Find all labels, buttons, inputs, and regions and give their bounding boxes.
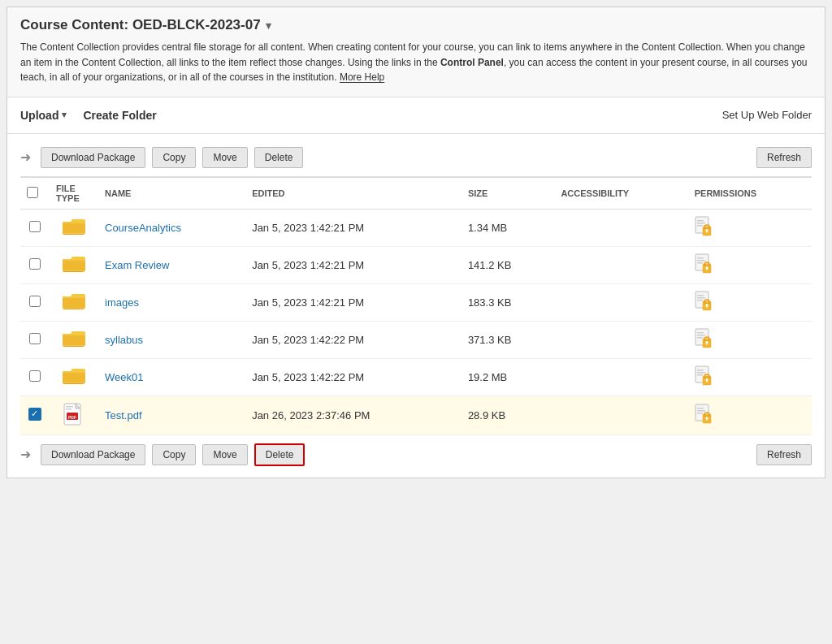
svg-rect-47	[706, 342, 708, 344]
row-size-cell: 28.9 KB	[462, 395, 555, 434]
row-permissions-cell	[688, 283, 812, 321]
top-refresh-button[interactable]: Refresh	[756, 147, 812, 168]
svg-rect-11	[706, 230, 708, 232]
row-name-link[interactable]: Exam Review	[105, 259, 169, 271]
svg-rect-59	[706, 379, 708, 382]
row-filetype-cell	[50, 209, 98, 246]
svg-rect-35	[706, 305, 708, 307]
top-move-button[interactable]: Move	[202, 147, 247, 168]
top-action-bar-left: ➜ Download Package Copy Move Delete	[20, 147, 303, 168]
select-all-header	[20, 177, 50, 210]
folder-icon	[63, 292, 85, 310]
row-edited-cell: Jan 26, 2023 2:37:46 PM	[245, 395, 462, 434]
row-name-link[interactable]: Test.pdf	[105, 409, 142, 421]
file-table-body: CourseAnalyticsJan 5, 2023 1:42:21 PM1.3…	[20, 209, 812, 434]
row-checkbox[interactable]	[29, 258, 41, 270]
top-action-bar: ➜ Download Package Copy Move Delete Refr…	[20, 142, 812, 173]
folder-icon	[63, 218, 85, 236]
row-checkbox-checked[interactable]	[28, 408, 41, 421]
row-accessibility-cell	[554, 283, 687, 321]
bottom-download-package-button[interactable]: Download Package	[41, 444, 145, 465]
folder-icon	[63, 255, 85, 273]
svg-rect-55	[697, 374, 703, 376]
row-checkbox[interactable]	[29, 221, 41, 232]
row-edited-cell: Jan 5, 2023 1:42:21 PM	[245, 283, 462, 321]
page-description: The Content Collection provides central …	[20, 40, 812, 85]
row-name-link[interactable]: syllabus	[105, 334, 143, 346]
row-checkbox[interactable]	[29, 333, 41, 344]
more-help-link[interactable]: More Help	[340, 71, 384, 83]
bottom-move-button[interactable]: Move	[202, 444, 247, 465]
row-edited-cell: Jan 5, 2023 1:42:21 PM	[245, 209, 462, 246]
row-name-link[interactable]: images	[105, 296, 139, 309]
row-permissions-cell	[688, 321, 812, 358]
file-table: FILE TYPE NAME EDITED SIZE ACCESSIBILITY…	[20, 176, 812, 435]
svg-rect-30	[697, 297, 705, 299]
upload-button[interactable]: Upload ▾	[20, 109, 67, 122]
svg-rect-17	[697, 257, 704, 259]
folder-icon	[63, 367, 85, 385]
svg-rect-39	[63, 335, 85, 345]
top-arrow-icon: ➜	[20, 149, 31, 165]
create-folder-button[interactable]: Create Folder	[83, 109, 156, 122]
row-size-cell: 141.2 KB	[462, 246, 555, 283]
table-row: syllabusJan 5, 2023 1:42:22 PM371.3 KB	[20, 321, 812, 358]
row-checkbox-cell	[20, 321, 50, 358]
row-checkbox[interactable]	[29, 370, 41, 382]
permissions-icon	[695, 365, 713, 389]
bottom-arrow-icon: ➜	[20, 447, 31, 462]
setup-web-folder-link[interactable]: Set Up Web Folder	[722, 109, 812, 121]
row-checkbox-cell	[20, 209, 50, 246]
pdf-icon: PDF	[63, 403, 84, 426]
row-checkbox[interactable]	[29, 296, 41, 307]
bottom-refresh-button[interactable]: Refresh	[756, 444, 812, 465]
row-accessibility-cell	[554, 321, 687, 358]
row-size-cell: 371.3 KB	[462, 321, 555, 358]
svg-rect-68	[697, 408, 704, 409]
row-accessibility-cell	[554, 246, 687, 283]
table-row: CourseAnalyticsJan 5, 2023 1:42:21 PM1.3…	[20, 209, 812, 246]
page-wrapper: Course Content: OED-BLCK-2023-07 ▾ The C…	[6, 6, 826, 478]
col-header-edited: EDITED	[245, 177, 462, 210]
row-edited-cell: Jan 5, 2023 1:42:21 PM	[245, 246, 462, 283]
row-name-link[interactable]: Week01	[105, 371, 143, 383]
row-permissions-cell	[688, 358, 812, 395]
row-filetype-cell	[50, 246, 98, 283]
bottom-delete-button[interactable]: Delete	[254, 443, 306, 466]
svg-rect-54	[697, 372, 705, 374]
table-row: PDF Test.pdfJan 26, 2023 2:37:46 PM28.9 …	[20, 395, 812, 434]
svg-rect-7	[697, 225, 703, 227]
toolbar-section: Upload ▾ Create Folder Set Up Web Folder	[7, 97, 825, 134]
col-header-permissions: PERMISSIONS	[688, 177, 812, 210]
row-permissions-cell	[688, 395, 812, 434]
row-size-cell: 183.3 KB	[462, 283, 555, 321]
row-filetype-cell: PDF	[50, 395, 98, 434]
bottom-copy-button[interactable]: Copy	[152, 444, 196, 465]
svg-rect-23	[706, 267, 708, 270]
top-copy-button[interactable]: Copy	[152, 147, 196, 168]
col-header-accessibility: ACCESSIBILITY	[554, 177, 687, 210]
row-checkbox-cell	[20, 283, 50, 321]
col-header-filetype: FILE TYPE	[50, 177, 98, 210]
svg-rect-6	[697, 223, 705, 224]
svg-rect-53	[697, 370, 704, 371]
row-filetype-cell	[50, 283, 98, 321]
folder-icon	[63, 330, 85, 348]
header-section: Course Content: OED-BLCK-2023-07 ▾ The C…	[7, 7, 825, 97]
row-name-cell: Week01	[98, 358, 245, 395]
select-all-checkbox[interactable]	[27, 187, 38, 198]
row-permissions-cell	[688, 209, 812, 246]
row-accessibility-cell	[554, 395, 687, 434]
svg-rect-74	[706, 417, 708, 420]
top-delete-button[interactable]: Delete	[254, 147, 304, 168]
control-panel-bold: Control Panel	[440, 57, 504, 68]
title-dropdown-arrow[interactable]: ▾	[266, 19, 271, 32]
bottom-action-bar-left: ➜ Download Package Copy Move Delete	[20, 443, 305, 466]
svg-rect-18	[697, 260, 705, 261]
row-name-cell: syllabus	[98, 321, 245, 358]
row-name-link[interactable]: CourseAnalytics	[105, 222, 181, 234]
permissions-icon	[695, 253, 713, 277]
svg-rect-69	[697, 410, 705, 412]
top-download-package-button[interactable]: Download Package	[41, 147, 145, 168]
svg-rect-51	[63, 373, 85, 383]
